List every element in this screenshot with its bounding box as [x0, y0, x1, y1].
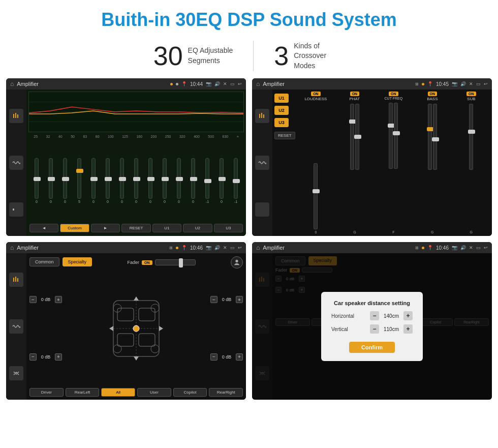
svg-rect-10: [13, 278, 14, 282]
eq-slider-6[interactable]: 0: [106, 139, 110, 222]
svg-rect-17: [117, 334, 134, 346]
eq-slider-2[interactable]: 0: [49, 139, 53, 222]
eq-prev-btn[interactable]: ◄: [29, 224, 58, 232]
fader-tab-common[interactable]: Common: [29, 257, 59, 266]
home-icon-br[interactable]: ⌂: [256, 244, 260, 251]
fader-h-slider[interactable]: [155, 259, 196, 265]
location-icon-br: 📍: [427, 245, 433, 250]
db-minus-4[interactable]: −: [210, 353, 217, 361]
wave-icon-btn[interactable]: [9, 156, 23, 170]
fader-rearleft-btn[interactable]: RearLeft: [66, 388, 100, 397]
eq-slider-7[interactable]: 0: [120, 139, 124, 222]
svg-point-25: [151, 345, 159, 353]
eq-slider-12[interactable]: 0: [191, 139, 195, 222]
volume-icon-br: 🔊: [460, 245, 466, 250]
db-minus-1[interactable]: −: [29, 296, 37, 303]
cutfreq-on-badge: ON: [389, 92, 398, 96]
eq-slider-4[interactable]: 5: [77, 139, 81, 222]
eq-slider-14[interactable]: 0: [220, 139, 224, 222]
window-icon-tl: ▭: [230, 81, 235, 86]
arrows-icon-btn-bl[interactable]: [9, 366, 23, 380]
dialog-horizontal-minus[interactable]: −: [370, 311, 379, 320]
arrows-icon-btn[interactable]: [9, 202, 23, 217]
eq-custom-btn[interactable]: Custom: [60, 224, 89, 232]
fader-rearright-btn[interactable]: RearRight: [209, 388, 243, 397]
eq-main: 25 32 40 50 63 80 100 125 160 200 250 32…: [26, 89, 246, 236]
status-bar-br: ⌂ Amplifier ⊞ 📍 10:46 📷 🔊 ✕ ▭ ↩: [252, 242, 492, 253]
dialog-vertical-plus[interactable]: +: [403, 324, 413, 334]
camera-icon-bl: 📷: [206, 245, 211, 250]
wave-icon-btn-bl[interactable]: [9, 319, 23, 334]
arrows-icon-btn-tr[interactable]: [255, 202, 269, 217]
fader-driver-btn[interactable]: Driver: [29, 388, 64, 397]
db-minus-2[interactable]: −: [29, 353, 37, 361]
wave-icon-btn-tr[interactable]: [255, 156, 269, 170]
eq-icon-btn[interactable]: [9, 109, 23, 123]
home-icon-tr[interactable]: ⌂: [256, 80, 260, 87]
home-icon-bl[interactable]: ⌂: [10, 244, 14, 251]
back-icon-tr[interactable]: ↩: [484, 81, 488, 86]
eq-slider-3[interactable]: 0: [63, 139, 67, 222]
eq-slider-10[interactable]: 0: [163, 139, 167, 222]
eq-u1-btn[interactable]: U1: [152, 224, 181, 232]
back-icon-bl[interactable]: ↩: [238, 245, 242, 250]
crossover-reset-btn[interactable]: RESET: [274, 132, 295, 139]
fader-label: Fader: [128, 260, 140, 265]
u2-btn[interactable]: U2: [274, 106, 289, 115]
close-icon-tr: ✕: [469, 81, 473, 86]
left-db-col: − 0 dB + − 0 dB +: [29, 271, 62, 385]
eq-reset-btn[interactable]: RESET: [121, 224, 150, 232]
eq-label-3: 40: [58, 135, 63, 138]
eq-play-btn[interactable]: ►: [91, 224, 120, 232]
u1-btn[interactable]: U1: [274, 94, 289, 103]
loudness-on-badge: ON: [311, 92, 321, 96]
location-icon: 📍: [181, 81, 187, 86]
db-plus-3[interactable]: +: [236, 296, 243, 303]
stat-eq-number: 30: [153, 41, 183, 71]
svg-rect-16: [139, 308, 155, 321]
eq-slider-11[interactable]: 0: [177, 139, 181, 222]
fader-all-btn[interactable]: All: [101, 388, 135, 397]
fader-footer: Driver RearLeft All User Copilot RearRig…: [29, 388, 243, 397]
dialog-horizontal-plus[interactable]: +: [403, 311, 413, 320]
eq-slider-15[interactable]: -1: [234, 139, 238, 222]
screens-grid: ⌂ Amplifier 📍 10:44 📷 🔊 ✕ ▭ ↩: [0, 78, 498, 406]
u3-btn[interactable]: U3: [274, 118, 289, 127]
dialog-horizontal-controls: − 140cm +: [370, 311, 413, 320]
eq-footer: ◄ Custom ► RESET U1 U2 U3: [28, 222, 244, 234]
db-plus-1[interactable]: +: [55, 296, 62, 303]
svg-rect-3: [13, 208, 14, 211]
eq-icon-btn-bl[interactable]: [9, 273, 23, 287]
confirm-button[interactable]: Confirm: [349, 342, 395, 353]
svg-rect-7: [259, 114, 260, 118]
screen-crossover: ⌂ Amplifier ⊞ 📍 10:45 📷 🔊 ✕ ▭ ↩: [252, 78, 492, 236]
eq-slider-9[interactable]: 0: [148, 139, 152, 222]
fader-copilot-btn[interactable]: Copilot: [173, 388, 207, 397]
db-val-4: 0 dB: [220, 354, 234, 360]
dialog-vertical-minus[interactable]: −: [370, 324, 379, 334]
db-plus-2[interactable]: +: [55, 353, 62, 361]
back-icon-tl[interactable]: ↩: [238, 81, 242, 86]
side-panel-tl: [6, 89, 26, 236]
dialog-overlay: Car speaker distance setting Horizontal …: [252, 253, 492, 400]
eq-slider-13[interactable]: -1: [205, 139, 209, 222]
fader-tab-specialty[interactable]: Specialty: [63, 257, 92, 266]
svg-marker-28: [109, 326, 113, 331]
side-panel-tr: [252, 89, 272, 236]
svg-rect-11: [15, 277, 16, 282]
eq-slider-8[interactable]: 0: [134, 139, 138, 222]
fader-user-btn[interactable]: User: [137, 388, 171, 397]
eq-slider-5[interactable]: 0: [91, 139, 96, 222]
db-minus-3[interactable]: −: [210, 296, 217, 303]
back-icon-br[interactable]: ↩: [484, 245, 488, 250]
status-dot-br: [422, 247, 424, 249]
eq-u3-btn[interactable]: U3: [214, 224, 243, 232]
status-bar-bl: ⌂ Amplifier ⊞ 📍 10:46 📷 🔊 ✕ ▭ ↩: [6, 242, 246, 253]
home-icon[interactable]: ⌂: [10, 80, 14, 87]
eq-icon-btn-tr[interactable]: [255, 109, 269, 123]
eq-slider-1[interactable]: 0: [35, 139, 39, 222]
db-plus-4[interactable]: +: [236, 353, 243, 361]
camera-icon-tl: 📷: [206, 81, 211, 86]
eq-u2-btn[interactable]: U2: [183, 224, 212, 232]
svg-rect-9: [263, 114, 264, 118]
